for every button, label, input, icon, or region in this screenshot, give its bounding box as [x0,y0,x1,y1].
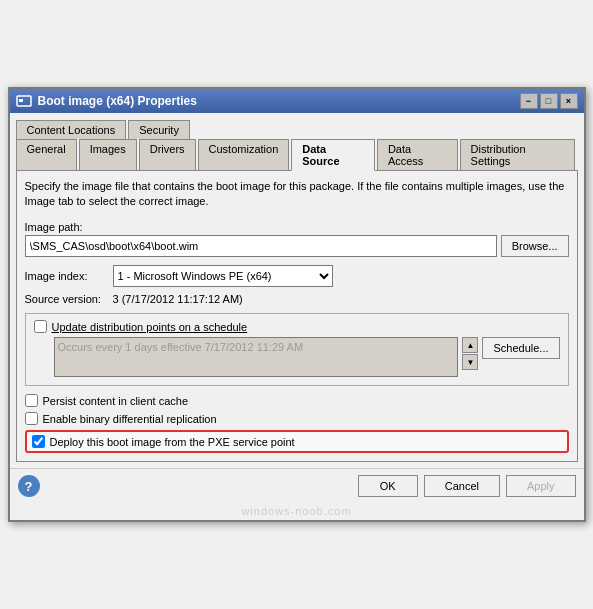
source-version-value: 3 (7/17/2012 11:17:12 AM) [113,293,243,305]
tab-security[interactable]: Security [128,120,190,139]
source-version-label: Source version: [25,293,105,305]
persist-content-label[interactable]: Persist content in client cache [43,395,189,407]
tab-drivers[interactable]: Drivers [139,139,196,171]
tab-images[interactable]: Images [79,139,137,171]
tab-data-access[interactable]: Data Access [377,139,458,171]
cancel-button[interactable]: Cancel [424,475,500,497]
image-index-label: Image index: [25,270,105,282]
close-button[interactable]: × [560,93,578,109]
maximize-button[interactable]: □ [540,93,558,109]
scroll-down-button[interactable]: ▼ [462,354,478,370]
tab-distribution-settings[interactable]: Distribution Settings [460,139,576,171]
deploy-pxe-label[interactable]: Deploy this boot image from the PXE serv… [50,436,295,448]
enable-binary-label[interactable]: Enable binary differential replication [43,413,217,425]
tab-panel: Specify the image file that contains the… [16,170,578,463]
image-index-select-container[interactable]: 1 - Microsoft Windows PE (x64) [113,265,333,287]
svg-rect-1 [19,99,23,102]
update-distribution-row: Update distribution points on a schedule [34,320,560,333]
enable-binary-row: Enable binary differential replication [25,412,569,425]
schedule-button[interactable]: Schedule... [482,337,559,359]
deploy-pxe-row: Deploy this boot image from the PXE serv… [25,430,569,453]
minimize-button[interactable]: − [520,93,538,109]
bottom-bar: ? OK Cancel Apply [10,468,584,503]
deploy-pxe-checkbox[interactable] [32,435,45,448]
persist-content-row: Persist content in client cache [25,394,569,407]
schedule-area: Occurs every 1 days effective 7/17/2012 … [34,337,560,377]
help-button[interactable]: ? [18,475,40,497]
image-path-input[interactable] [25,235,497,257]
title-bar: Boot image (x64) Properties − □ × [10,89,584,113]
apply-button[interactable]: Apply [506,475,576,497]
scroll-up-button[interactable]: ▲ [462,337,478,353]
tab-data-source[interactable]: Data Source [291,139,375,171]
image-index-row: Image index: 1 - Microsoft Windows PE (x… [25,265,569,287]
title-bar-controls: − □ × [520,93,578,109]
tab-content-locations[interactable]: Content Locations [16,120,127,139]
image-path-group: Image path: Browse... [25,221,569,257]
title-bar-left: Boot image (x64) Properties [16,93,197,109]
image-index-select[interactable]: 1 - Microsoft Windows PE (x64) [114,266,332,286]
source-version-row: Source version: 3 (7/17/2012 11:17:12 AM… [25,293,569,305]
update-distribution-checkbox[interactable] [34,320,47,333]
window-icon [16,93,32,109]
browse-button[interactable]: Browse... [501,235,569,257]
ok-button[interactable]: OK [358,475,418,497]
tab-customization[interactable]: Customization [198,139,290,171]
tab-row-2: General Images Drivers Customization Dat… [16,138,578,170]
enable-binary-checkbox[interactable] [25,412,38,425]
image-path-row: Browse... [25,235,569,257]
image-path-label: Image path: [25,221,569,233]
update-distribution-group: Update distribution points on a schedule… [25,313,569,386]
schedule-text: Occurs every 1 days effective 7/17/2012 … [54,337,459,377]
update-distribution-label[interactable]: Update distribution points on a schedule [52,321,248,333]
description-text: Specify the image file that contains the… [25,179,569,210]
persist-content-checkbox[interactable] [25,394,38,407]
tab-general[interactable]: General [16,139,77,171]
tab-row-1: Content Locations Security [16,119,578,138]
window-title: Boot image (x64) Properties [38,94,197,108]
schedule-scrollbar: ▲ ▼ [462,337,478,370]
main-window: Boot image (x64) Properties − □ × Conten… [8,87,586,523]
watermark: windows-noob.com [10,503,584,520]
window-content: Content Locations Security General Image… [10,113,584,469]
bottom-right-buttons: OK Cancel Apply [358,475,576,497]
